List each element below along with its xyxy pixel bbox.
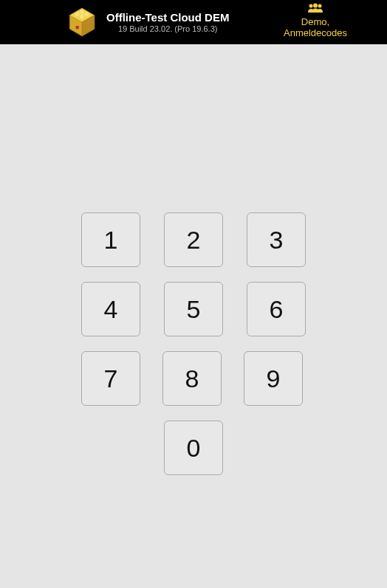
svg-rect-7 bbox=[76, 26, 79, 29]
app-title: Offline-Test Cloud DEM bbox=[106, 11, 229, 24]
keypad-area: 1 2 3 4 5 6 7 8 9 0 bbox=[0, 44, 387, 475]
svg-point-4 bbox=[80, 10, 84, 15]
keypad-row-4: 0 bbox=[81, 421, 306, 475]
svg-point-9 bbox=[313, 4, 318, 8]
key-8[interactable]: 8 bbox=[162, 351, 222, 406]
key-3[interactable]: 3 bbox=[247, 212, 306, 267]
key-1[interactable]: 1 bbox=[81, 212, 140, 267]
people-icon bbox=[307, 3, 323, 15]
key-7[interactable]: 7 bbox=[81, 351, 140, 406]
user-line2: Anmeldecodes bbox=[284, 27, 347, 39]
keypad-row-3: 7 8 9 bbox=[81, 351, 306, 406]
key-2[interactable]: 2 bbox=[164, 212, 223, 267]
title-block: Offline-Test Cloud DEM 19 Build 23.02. (… bbox=[106, 11, 229, 33]
svg-point-10 bbox=[318, 4, 322, 8]
svg-point-5 bbox=[84, 13, 89, 17]
app-subtitle: 19 Build 23.02. (Pro 19.6.3) bbox=[118, 24, 218, 33]
app-logo-icon bbox=[66, 7, 97, 38]
svg-point-3 bbox=[75, 13, 80, 17]
header-bar: Offline-Test Cloud DEM 19 Build 23.02. (… bbox=[0, 0, 387, 44]
numeric-keypad: 1 2 3 4 5 6 7 8 9 0 bbox=[81, 212, 306, 475]
key-5[interactable]: 5 bbox=[164, 282, 223, 336]
svg-point-8 bbox=[309, 4, 313, 8]
key-9[interactable]: 9 bbox=[244, 351, 303, 406]
svg-point-6 bbox=[80, 15, 84, 19]
key-6[interactable]: 6 bbox=[247, 282, 306, 336]
user-info-block[interactable]: Demo, Anmeldecodes bbox=[284, 3, 347, 39]
user-line1: Demo, bbox=[301, 16, 329, 28]
key-4[interactable]: 4 bbox=[81, 282, 140, 336]
key-0[interactable]: 0 bbox=[164, 421, 223, 475]
